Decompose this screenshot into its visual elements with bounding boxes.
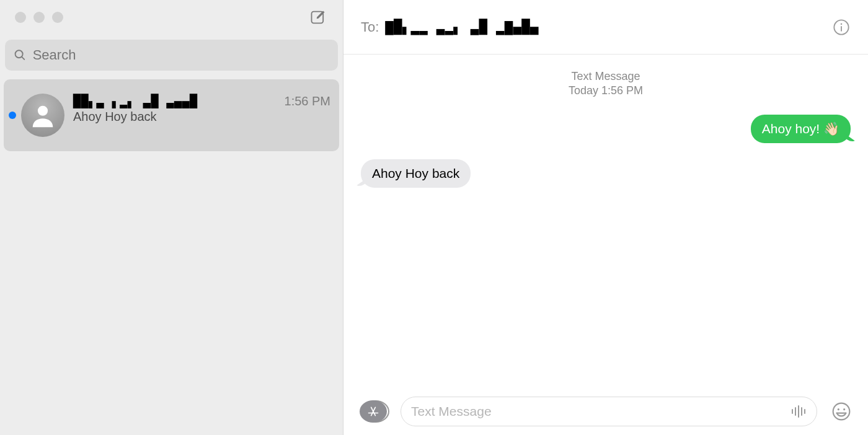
svg-point-17 — [843, 408, 845, 410]
conversation-list: ██▖▃ ▖▂▖ ▃█ ▃▄▄█ 1:56 PM Ahoy Hoy back — [0, 76, 343, 155]
conversation-header: To: ▇█▖▂▂ ▃▂▖ ▃█ ▂▇▄█▄ — [343, 0, 868, 55]
search-input[interactable] — [33, 47, 329, 63]
message-row-outgoing: Ahoy hoy! 👋🏻 — [361, 115, 851, 143]
message-bubble-incoming[interactable]: Ahoy Hoy back — [361, 159, 471, 188]
smiley-icon — [831, 402, 851, 421]
details-button[interactable] — [832, 18, 851, 37]
message-input-wrap[interactable] — [401, 397, 817, 426]
apps-button[interactable] — [360, 398, 387, 425]
svg-point-15 — [833, 403, 850, 420]
avatar — [21, 94, 64, 137]
search-field[interactable] — [5, 40, 338, 71]
search-icon — [14, 48, 27, 62]
conversation-preview: Ahoy Hoy back — [73, 110, 330, 124]
to-label: To: — [361, 19, 379, 35]
conversation-item[interactable]: ██▖▃ ▖▂▖ ▃█ ▃▄▄█ 1:56 PM Ahoy Hoy back — [4, 79, 339, 151]
zoom-window-button[interactable] — [52, 12, 63, 23]
close-window-button[interactable] — [15, 12, 26, 23]
message-time-label: Today 1:56 PM — [361, 84, 851, 98]
compose-icon — [309, 9, 327, 26]
unread-indicator — [9, 112, 16, 119]
window-titlebar — [0, 0, 343, 35]
sidebar: ██▖▃ ▖▂▖ ▃█ ▃▄▄█ 1:56 PM Ahoy Hoy back — [0, 0, 343, 435]
compose-button[interactable] — [308, 7, 328, 27]
svg-line-2 — [22, 57, 24, 59]
audio-message-button[interactable] — [790, 404, 807, 419]
thread-timestamp: Text Message Today 1:56 PM — [361, 69, 851, 99]
emoji-picker-button[interactable] — [831, 401, 852, 422]
person-icon — [29, 101, 57, 130]
message-type-label: Text Message — [361, 69, 851, 84]
conversation-time: 1:56 PM — [285, 94, 330, 108]
conversation-text: ██▖▃ ▖▂▖ ▃█ ▃▄▄█ 1:56 PM Ahoy Hoy back — [73, 94, 330, 137]
message-thread[interactable]: Text Message Today 1:56 PM Ahoy hoy! 👋🏻 … — [343, 55, 868, 388]
composer — [343, 388, 868, 435]
message-bubble-outgoing[interactable]: Ahoy hoy! 👋🏻 — [751, 115, 851, 143]
message-row-incoming: Ahoy Hoy back — [361, 159, 851, 188]
window-controls — [7, 12, 63, 23]
svg-point-3 — [38, 106, 48, 116]
info-icon — [833, 19, 850, 36]
svg-point-5 — [841, 23, 843, 25]
to-recipients: ▇█▖▂▂ ▃▂▖ ▃█ ▂▇▄█▄ — [385, 19, 538, 35]
svg-point-16 — [838, 408, 839, 410]
minimize-window-button[interactable] — [33, 12, 45, 23]
conversation-name: ██▖▃ ▖▂▖ ▃█ ▃▄▄█ — [73, 94, 198, 108]
conversation-pane: To: ▇█▖▂▂ ▃▂▖ ▃█ ▂▇▄█▄ Text Message Toda… — [343, 0, 868, 435]
to-field[interactable]: To: ▇█▖▂▂ ▃▂▖ ▃█ ▂▇▄█▄ — [361, 19, 539, 35]
search-container — [0, 35, 343, 76]
app-store-icon — [367, 405, 379, 418]
waveform-icon — [790, 404, 807, 419]
message-input[interactable] — [411, 404, 783, 419]
